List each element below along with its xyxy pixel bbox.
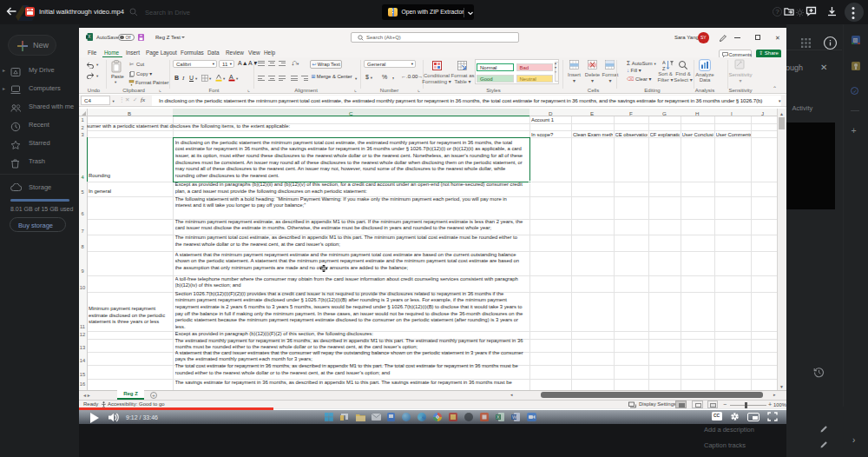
svg-text:A: A: [229, 74, 233, 80]
svg-text:Z: Z: [662, 66, 666, 71]
svg-text:X: X: [88, 35, 90, 39]
svg-text:A: A: [662, 60, 666, 65]
